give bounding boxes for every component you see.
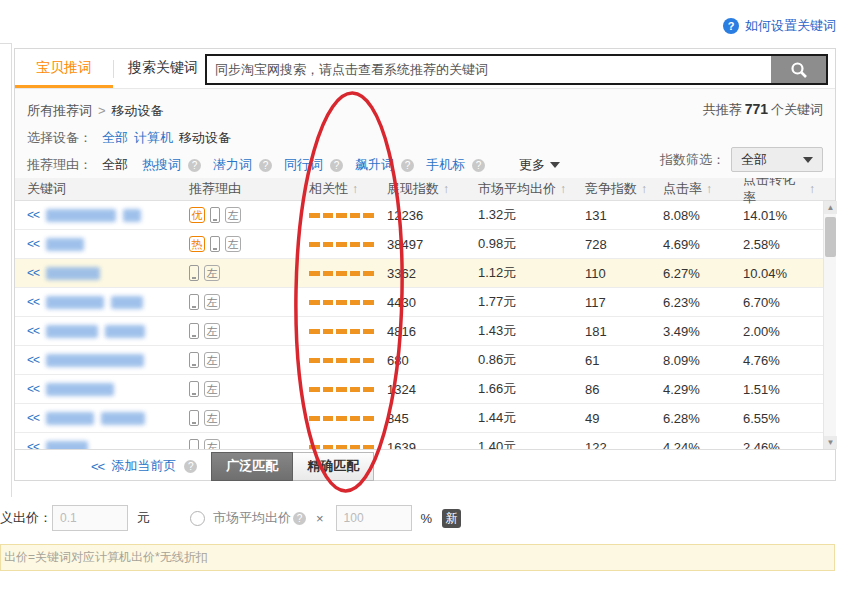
relevance-bar (363, 271, 374, 276)
relevance-bar (336, 416, 347, 421)
table-row[interactable]: <<左44301.77元1176.23%6.70% (15, 288, 835, 317)
phone-icon (189, 323, 199, 339)
table-row[interactable]: <<左16391.40元1224.24%2.46% (15, 433, 835, 449)
table-row[interactable]: <<左13241.66元864.29%1.51% (15, 375, 835, 404)
index-filter-dropdown[interactable]: 全部 (731, 147, 823, 172)
add-keyword-arrows[interactable]: << (27, 324, 39, 338)
add-keyword-arrows[interactable]: << (27, 266, 39, 280)
device-option-计算机[interactable]: 计算机 (134, 130, 173, 145)
tab-search-keywords[interactable]: 搜索关键词 (114, 49, 212, 88)
help-icon[interactable]: ? (188, 159, 201, 172)
add-keyword-arrows[interactable]: << (27, 237, 39, 251)
price-cell: 1.40元 (465, 433, 571, 449)
sort-asc-icon[interactable]: ↑ (560, 182, 566, 196)
reason-cell: 左 (183, 317, 289, 345)
percent-input[interactable] (336, 505, 412, 531)
more-filters-link[interactable]: 更多 (519, 156, 560, 174)
reason-option-手机标[interactable]: 手机标 (426, 157, 465, 172)
help-icon[interactable]: ? (184, 460, 197, 473)
add-keyword-arrows[interactable]: << (27, 353, 39, 367)
breadcrumb-separator: > (98, 103, 106, 118)
col-header-imp[interactable]: 展现指数↑ (377, 180, 465, 198)
masked-keyword (105, 325, 145, 338)
masked-keyword (46, 412, 94, 425)
relevance-bar (336, 387, 347, 392)
reason-option-全部[interactable]: 全部 (102, 157, 128, 172)
col-header-comp[interactable]: 竞争指数↑ (571, 180, 649, 198)
scrollbar-thumb[interactable] (825, 217, 836, 257)
exact-match-button[interactable]: 精确匹配 (293, 452, 374, 481)
keyword-cell: << (15, 230, 183, 258)
sort-asc-icon[interactable]: ↑ (641, 182, 647, 196)
add-keyword-arrows[interactable]: << (27, 382, 39, 396)
reason-option-潜力词[interactable]: 潜力词 (213, 157, 252, 172)
col-header-ctr[interactable]: 点击率↑ (649, 180, 729, 198)
col-header-price[interactable]: 市场平均出价↑ (465, 180, 571, 198)
col-header-label: 推荐理由 (189, 180, 241, 198)
table-scrollbar[interactable]: ▲ ▼ (823, 201, 836, 449)
keyword-cell: << (15, 433, 183, 449)
add-page-label: 添加当前页 (111, 457, 176, 475)
keyword-search-input[interactable] (207, 56, 771, 83)
add-keyword-arrows[interactable]: << (27, 295, 39, 309)
table-row[interactable]: <<左48161.43元1813.49%2.00% (15, 317, 835, 346)
reason-filter-label: 推荐理由： (27, 156, 92, 174)
col-header-label: 展现指数 (387, 180, 439, 198)
help-icon[interactable]: ? (472, 159, 485, 172)
relevance-cell (289, 201, 377, 229)
add-keyword-arrows[interactable]: << (27, 440, 39, 449)
keyword-cell: << (15, 375, 183, 403)
relevance-bar (350, 300, 361, 305)
help-icon[interactable]: ? (330, 159, 343, 172)
add-current-page-button[interactable]: << 添加当前页 (91, 457, 176, 475)
relevance-bar (363, 445, 374, 450)
help-icon[interactable]: ? (293, 512, 306, 525)
price-cell: 1.43元 (465, 317, 571, 345)
reason-option-飙升词[interactable]: 飙升词 (355, 157, 394, 172)
sort-asc-icon[interactable]: ↑ (809, 182, 815, 196)
device-option-移动设备[interactable]: 移动设备 (179, 130, 231, 145)
device-option-全部[interactable]: 全部 (102, 130, 128, 145)
help-icon[interactable]: ? (401, 159, 414, 172)
keyword-cell: << (15, 404, 183, 432)
market-avg-radio[interactable] (190, 511, 205, 526)
question-icon: ? (723, 18, 739, 34)
custom-bid-input[interactable] (52, 505, 128, 531)
tab-item-recommend[interactable]: 宝贝推词 (15, 49, 113, 88)
table-row[interactable]: <<左33621.12元1106.27%10.04% (15, 259, 835, 288)
broad-match-button[interactable]: 广泛匹配 (211, 452, 293, 481)
table-row[interactable]: <<左6800.86元618.09%4.76% (15, 346, 835, 375)
table-body: <<优左122361.32元1318.08%14.01%<<热左384970.9… (15, 201, 835, 449)
scroll-up-arrow[interactable]: ▲ (824, 201, 837, 214)
table-row[interactable]: <<热左384970.98元7284.69%2.58% (15, 230, 835, 259)
sort-asc-icon[interactable]: ↑ (706, 182, 712, 196)
outer-container-border-left (11, 43, 12, 497)
table-row[interactable]: <<左8451.44元496.28%6.55% (15, 404, 835, 433)
relevance-bar (323, 213, 334, 218)
price-cell: 0.86元 (465, 346, 571, 374)
search-button[interactable] (771, 56, 826, 83)
help-icon[interactable]: ? (259, 159, 272, 172)
relevance-bar (309, 300, 320, 305)
add-keyword-arrows[interactable]: << (27, 208, 39, 222)
add-keyword-arrows[interactable]: << (27, 411, 39, 425)
breadcrumb-root[interactable]: 所有推荐词 (27, 102, 92, 120)
scroll-down-arrow[interactable]: ▼ (824, 436, 837, 449)
custom-bid-label: 义出价： (0, 509, 52, 527)
gray-tag-badge: 左 (204, 323, 220, 339)
relevance-bar (323, 271, 334, 276)
phone-icon (210, 236, 220, 252)
sort-asc-icon[interactable]: ↑ (352, 182, 358, 196)
relevance-bar (336, 300, 347, 305)
table-row[interactable]: <<优左122361.32元1318.08%14.01% (15, 201, 835, 230)
sort-asc-icon[interactable]: ↑ (443, 182, 449, 196)
reason-option-热搜词[interactable]: 热搜词 (142, 157, 181, 172)
reason-option-同行词[interactable]: 同行词 (284, 157, 323, 172)
help-link-label: 如何设置关键词 (745, 17, 836, 35)
how-to-set-keywords-link[interactable]: ? 如何设置关键词 (723, 17, 836, 35)
relevance-cell (289, 346, 377, 374)
competition-cell: 181 (571, 317, 649, 345)
col-header-rel[interactable]: 相关性↑ (289, 180, 377, 198)
competition-cell: 61 (571, 346, 649, 374)
percent-sign: % (421, 511, 433, 526)
